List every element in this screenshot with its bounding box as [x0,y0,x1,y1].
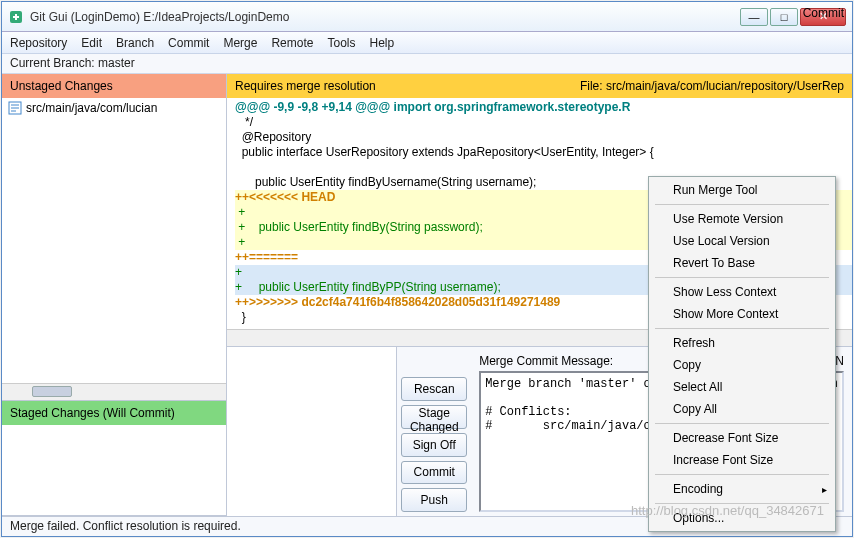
diff-header: Requires merge resolution File: src/main… [227,74,852,98]
menu-item[interactable]: Increase Font Size [651,449,833,471]
commit-message-label: Merge Commit Message: [479,354,613,368]
menu-separator [655,503,829,504]
menu-item[interactable]: Options... [651,507,833,529]
sign-off-button[interactable]: Sign Off [401,433,467,457]
stage-changed-button[interactable]: Stage Changed [401,405,467,429]
menu-separator [655,328,829,329]
menu-commit[interactable]: Commit [168,36,209,50]
file-path: src/main/java/com/lucian [26,101,157,115]
diff-line: */ [235,115,852,130]
menu-edit[interactable]: Edit [81,36,102,50]
maximize-button[interactable]: □ [770,8,798,26]
menu-separator [655,204,829,205]
file-item[interactable]: src/main/java/com/lucian [2,98,226,118]
menu-separator [655,474,829,475]
unstaged-file-list[interactable]: src/main/java/com/lucian [2,98,226,401]
menubar: Repository Edit Branch Commit Merge Remo… [2,32,852,54]
menu-item[interactable]: Use Remote Version [651,208,833,230]
window-title: Git Gui (LoginDemo) E:/IdeaProjects/Logi… [30,10,740,24]
menu-item[interactable]: Show More Context [651,303,833,325]
menu-merge[interactable]: Merge [223,36,257,50]
menu-item[interactable]: Decrease Font Size [651,427,833,449]
menu-repository[interactable]: Repository [10,36,67,50]
menu-help[interactable]: Help [369,36,394,50]
app-icon [8,9,24,25]
menu-item[interactable]: Copy [651,354,833,376]
menu-item[interactable]: Copy All [651,398,833,420]
rescan-button[interactable]: Rescan [401,377,467,401]
menu-branch[interactable]: Branch [116,36,154,50]
staged-header: Staged Changes (Will Commit) [2,401,226,425]
push-button[interactable]: Push [401,488,467,512]
diff-line: @Repository [235,130,852,145]
commit-button[interactable]: Commit [401,461,467,485]
menu-item[interactable]: Run Merge Tool [651,179,833,201]
diff-file-label: File: src/main/java/com/lucian/repositor… [580,79,844,93]
titlebar[interactable]: Git Gui (LoginDemo) E:/IdeaProjects/Logi… [2,2,852,32]
menu-item[interactable]: Encoding [651,478,833,500]
action-buttons: Rescan Stage Changed Sign Off Commit Pus… [397,347,471,516]
file-icon [8,101,22,115]
unstaged-hscroll[interactable] [2,383,226,400]
diff-line: public interface UserRepository extends … [235,145,852,160]
menu-item[interactable]: Refresh [651,332,833,354]
diff-line [235,160,852,175]
staged-file-list[interactable] [2,425,226,516]
context-menu[interactable]: Run Merge ToolUse Remote VersionUse Loca… [648,176,836,532]
menu-separator [655,423,829,424]
unstaged-header: Unstaged Changes [2,74,226,98]
menu-item[interactable]: Use Local Version [651,230,833,252]
menu-remote[interactable]: Remote [271,36,313,50]
diff-requires: Requires merge resolution [235,79,376,93]
commit-word: Commit [803,6,844,20]
menu-item[interactable]: Show Less Context [651,281,833,303]
current-branch-label: Current Branch: master [2,54,852,74]
menu-item[interactable]: Revert To Base [651,252,833,274]
left-spacer [227,347,397,516]
minimize-button[interactable]: — [740,8,768,26]
menu-separator [655,277,829,278]
menu-item[interactable]: Select All [651,376,833,398]
diff-line: @@@ -9,9 -9,8 +9,14 @@@ import org.sprin… [235,100,852,115]
menu-tools[interactable]: Tools [327,36,355,50]
